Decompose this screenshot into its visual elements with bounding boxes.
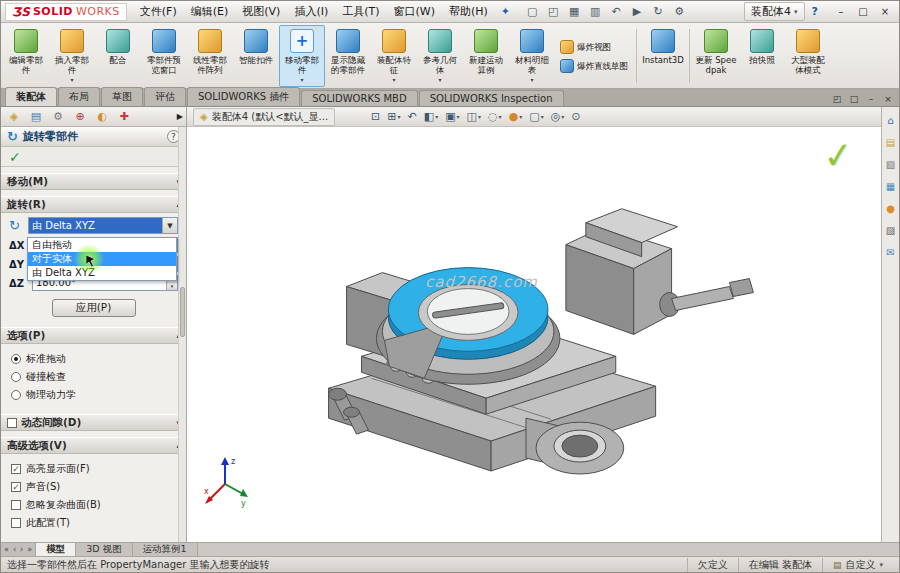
tab-motion-study-1[interactable]: 运动算例1	[133, 543, 198, 556]
camera-icon[interactable]: ⊙	[569, 109, 582, 124]
tab-sketch[interactable]: 草图	[101, 87, 143, 106]
undo-icon[interactable]: ↶	[606, 3, 626, 21]
checkbox-sound[interactable]: ✓ 声音(S)	[11, 480, 176, 494]
configurationmanager-tab-icon[interactable]: ⚙	[48, 109, 68, 125]
forum-icon[interactable]: ✉	[884, 245, 898, 259]
model-canvas[interactable]: cad2668.com ✓ z x y	[187, 127, 881, 542]
combo-dropdown-icon[interactable]: ▼	[162, 218, 177, 233]
new-motion-study-button[interactable]: 新建运动算例	[463, 25, 509, 87]
next-tab-icon[interactable]: ›	[20, 545, 23, 554]
menu-help[interactable]: 帮助(H)	[442, 2, 495, 21]
view-orientation-icon[interactable]: ▣▾	[443, 109, 461, 124]
radio-standard-drag[interactable]: 标准拖动	[11, 352, 176, 366]
maximize-button[interactable]: □	[853, 4, 873, 20]
radio-physical-dynamics[interactable]: 物理动力学	[11, 388, 176, 402]
menu-insert[interactable]: 插入(I)	[287, 2, 335, 21]
section-rotate-header[interactable]: 旋转(R) ▴	[1, 196, 186, 213]
document-tab[interactable]: ◈ 装配体4 (默认<默认_显...	[193, 108, 335, 126]
document-switcher[interactable]: 装配体4 ▾	[744, 2, 805, 21]
new-file-icon[interactable]: ▢	[522, 3, 542, 21]
displaymanager-tab-icon[interactable]: ◐	[92, 109, 112, 125]
chevron-down-icon[interactable]: ▾	[70, 76, 73, 83]
select-pointer-icon[interactable]: ▶	[627, 3, 647, 21]
design-library-icon[interactable]: ▤	[884, 135, 898, 149]
appearances-icon[interactable]: ●	[884, 201, 898, 215]
zoom-fit-icon[interactable]: ⊡	[369, 109, 382, 124]
tab-assembly[interactable]: 装配体	[5, 87, 57, 106]
section-options-header[interactable]: 选项(P) ▴	[1, 327, 186, 344]
bill-of-materials-button[interactable]: 材料明细表 ▾	[509, 25, 555, 87]
previous-view-icon[interactable]: ↶	[406, 109, 419, 124]
list-item-by-delta-xyz[interactable]: 由 Delta XYZ	[28, 266, 176, 280]
dimxpertmanager-tab-icon[interactable]: ⊕	[70, 109, 90, 125]
home-icon[interactable]: ⌂	[884, 113, 898, 127]
section-dynamic-clearance-header[interactable]: ✓ 动态间隙(D) ▾	[1, 414, 186, 431]
tab-evaluate[interactable]: 评估	[144, 87, 186, 106]
take-snapshot-button[interactable]: 拍快照	[739, 25, 785, 87]
pane-right-icon[interactable]: □	[847, 94, 861, 104]
hide-show-items-icon[interactable]: ◌▾	[486, 109, 504, 124]
linear-component-pattern-button[interactable]: 线性零部件阵列	[187, 25, 233, 87]
large-assembly-mode-button[interactable]: 大型装配体模式	[785, 25, 831, 87]
checkbox-ignore-complex-surfaces[interactable]: ✓ 忽略复杂曲面(B)	[11, 498, 176, 512]
edit-appearance-icon[interactable]: ●▾	[507, 109, 525, 124]
print-icon[interactable]: ▥	[585, 3, 605, 21]
view-settings-icon[interactable]: ◎▾	[549, 109, 567, 124]
minimize-button[interactable]: –	[831, 4, 851, 20]
close-button[interactable]: ×	[875, 4, 895, 20]
show-hidden-components-button[interactable]: 显示隐藏的零部件	[325, 25, 371, 87]
apply-scene-icon[interactable]: ▢▾	[527, 109, 545, 124]
update-speedpak-button[interactable]: 更新 Speedpak	[693, 25, 739, 87]
move-component-button[interactable]: + 移动零部件 ▾	[279, 25, 325, 87]
instant3d-button[interactable]: Instant3D	[640, 25, 686, 87]
tab-model[interactable]: 模型	[36, 543, 76, 556]
apply-button[interactable]: 应用(P)	[52, 299, 136, 317]
menu-edit[interactable]: 编辑(E)	[184, 2, 236, 21]
insert-components-button[interactable]: 插入零部件 ▾	[49, 25, 95, 87]
mate-button[interactable]: 配合	[95, 25, 141, 87]
component-preview-window-button[interactable]: 零部件预览窗口	[141, 25, 187, 87]
chevron-down-icon[interactable]: ▾	[530, 76, 533, 83]
help-button[interactable]: ?	[807, 4, 823, 19]
scrollbar-thumb[interactable]	[180, 287, 185, 337]
custom-properties-icon[interactable]: ▨	[884, 223, 898, 237]
close-pane-icon[interactable]: ×	[881, 94, 895, 104]
display-style-icon[interactable]: ◫▾	[465, 109, 483, 124]
rebuild-icon[interactable]: ↻	[648, 3, 668, 21]
options-gear-icon[interactable]: ⚙	[669, 3, 689, 21]
chevron-down-icon[interactable]: ▾	[392, 76, 395, 83]
tab-sw-mbd[interactable]: SOLIDWORKS MBD	[301, 90, 417, 106]
first-tab-icon[interactable]: «	[4, 545, 9, 554]
exploded-view-button[interactable]: 爆炸视图	[558, 39, 630, 55]
confirmation-corner-check[interactable]: ✓	[821, 134, 855, 178]
chevron-down-icon[interactable]: ▾	[438, 76, 441, 83]
edit-component-button[interactable]: 编辑零部件	[3, 25, 49, 87]
checkbox-highlight-faces[interactable]: ✓ 高亮显示面(F)	[11, 462, 176, 476]
list-item-free-drag[interactable]: 自由拖动	[28, 238, 176, 252]
menu-window[interactable]: 窗口(W)	[387, 2, 442, 21]
view-palette-icon[interactable]: ▦	[884, 179, 898, 193]
open-file-icon[interactable]: ◰	[543, 3, 563, 21]
explode-line-sketch-button[interactable]: 爆炸直线草图	[558, 58, 630, 74]
tab-3d-views[interactable]: 3D 视图	[76, 543, 132, 556]
rotate-mode-combobox[interactable]: 由 Delta XYZ ▼	[28, 217, 178, 234]
panel-scrollbar[interactable]	[178, 127, 186, 542]
panel-flyout-icon[interactable]: ▶	[177, 112, 183, 121]
prev-tab-icon[interactable]: ‹	[13, 545, 16, 554]
menu-file[interactable]: 文件(F)	[133, 2, 184, 21]
component-right-column[interactable]	[566, 209, 678, 335]
smart-fasteners-button[interactable]: 智能扣件	[233, 25, 279, 87]
section-move-header[interactable]: 移动(M) ▾	[1, 173, 186, 190]
ok-button[interactable]: ✓	[9, 149, 21, 165]
section-view-icon[interactable]: ◧▾	[422, 109, 440, 124]
tab-layout[interactable]: 布局	[58, 87, 100, 106]
last-tab-icon[interactable]: »	[27, 545, 32, 554]
assembly-model[interactable]	[187, 127, 881, 542]
component-handle[interactable]	[660, 279, 754, 317]
menu-view[interactable]: 视图(V)	[235, 2, 287, 21]
collapse-ribbon-icon[interactable]: –	[864, 94, 878, 104]
featuremanager-tab-icon[interactable]: ◈	[4, 109, 24, 125]
tab-sw-addins[interactable]: SOLIDWORKS 插件	[187, 87, 300, 106]
status-custom-menu[interactable]: ▤ 自定义 ▾	[822, 558, 893, 572]
tab-sw-inspection[interactable]: SOLIDWORKS Inspection	[419, 90, 564, 106]
